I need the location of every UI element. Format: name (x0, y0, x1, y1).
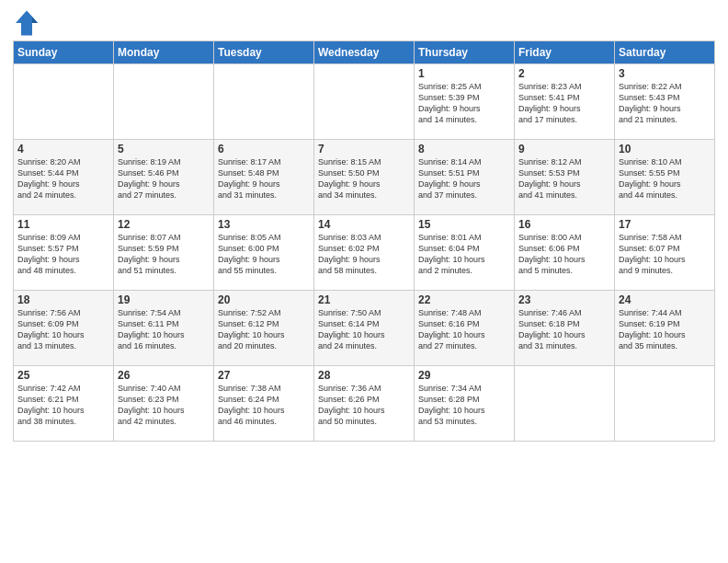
calendar-cell: 21Sunrise: 7:50 AM Sunset: 6:14 PM Dayli… (314, 291, 415, 366)
calendar-cell: 9Sunrise: 8:12 AM Sunset: 5:53 PM Daylig… (515, 140, 615, 215)
col-header-sunday: Sunday (14, 41, 114, 64)
day-info: Sunrise: 7:44 AM Sunset: 6:19 PM Dayligh… (619, 307, 711, 352)
logo-icon (13, 9, 40, 37)
day-info: Sunrise: 8:10 AM Sunset: 5:55 PM Dayligh… (619, 156, 711, 201)
day-info: Sunrise: 7:46 AM Sunset: 6:18 PM Dayligh… (518, 307, 610, 352)
day-number: 21 (318, 293, 410, 306)
week-row-1: 1Sunrise: 8:25 AM Sunset: 5:39 PM Daylig… (14, 64, 715, 140)
day-info: Sunrise: 7:50 AM Sunset: 6:14 PM Dayligh… (318, 307, 410, 352)
calendar-cell: 14Sunrise: 8:03 AM Sunset: 6:02 PM Dayli… (314, 215, 415, 291)
day-number: 19 (118, 293, 210, 306)
calendar-cell: 2Sunrise: 8:23 AM Sunset: 5:41 PM Daylig… (515, 64, 615, 140)
day-info: Sunrise: 7:48 AM Sunset: 6:16 PM Dayligh… (418, 307, 510, 352)
day-number: 26 (118, 369, 210, 382)
day-number: 18 (17, 293, 109, 306)
header (13, 9, 715, 37)
col-header-saturday: Saturday (615, 41, 715, 64)
day-number: 17 (619, 218, 711, 231)
calendar-cell (615, 366, 715, 442)
calendar-cell: 11Sunrise: 8:09 AM Sunset: 5:57 PM Dayli… (14, 215, 114, 291)
day-number: 3 (619, 67, 711, 80)
day-info: Sunrise: 7:58 AM Sunset: 6:07 PM Dayligh… (619, 232, 711, 277)
day-number: 7 (318, 143, 410, 155)
day-info: Sunrise: 8:09 AM Sunset: 5:57 PM Dayligh… (17, 232, 109, 277)
calendar-cell: 20Sunrise: 7:52 AM Sunset: 6:12 PM Dayli… (214, 291, 314, 366)
day-number: 23 (518, 293, 610, 306)
calendar-cell: 27Sunrise: 7:38 AM Sunset: 6:24 PM Dayli… (214, 366, 314, 442)
day-number: 1 (418, 67, 510, 80)
day-info: Sunrise: 8:15 AM Sunset: 5:50 PM Dayligh… (318, 156, 410, 201)
calendar-cell: 29Sunrise: 7:34 AM Sunset: 6:28 PM Dayli… (415, 366, 515, 442)
calendar-cell (314, 64, 415, 140)
day-number: 10 (619, 143, 711, 155)
day-info: Sunrise: 8:03 AM Sunset: 6:02 PM Dayligh… (318, 232, 410, 277)
day-info: Sunrise: 7:54 AM Sunset: 6:11 PM Dayligh… (118, 307, 210, 352)
day-info: Sunrise: 7:40 AM Sunset: 6:23 PM Dayligh… (118, 383, 210, 428)
day-info: Sunrise: 7:36 AM Sunset: 6:26 PM Dayligh… (318, 383, 410, 428)
page-container: SundayMondayTuesdayWednesdayThursdayFrid… (0, 0, 728, 451)
calendar-cell: 5Sunrise: 8:19 AM Sunset: 5:46 PM Daylig… (114, 140, 214, 215)
calendar-cell: 10Sunrise: 8:10 AM Sunset: 5:55 PM Dayli… (615, 140, 715, 215)
calendar-cell: 23Sunrise: 7:46 AM Sunset: 6:18 PM Dayli… (515, 291, 615, 366)
day-number: 12 (118, 218, 210, 231)
day-number: 13 (218, 218, 310, 231)
calendar-cell: 18Sunrise: 7:56 AM Sunset: 6:09 PM Dayli… (14, 291, 114, 366)
calendar-table: SundayMondayTuesdayWednesdayThursdayFrid… (13, 40, 715, 442)
week-row-5: 25Sunrise: 7:42 AM Sunset: 6:21 PM Dayli… (14, 366, 715, 442)
day-info: Sunrise: 8:25 AM Sunset: 5:39 PM Dayligh… (418, 81, 510, 126)
day-info: Sunrise: 8:22 AM Sunset: 5:43 PM Dayligh… (619, 81, 711, 126)
day-number: 29 (418, 369, 510, 382)
day-info: Sunrise: 8:01 AM Sunset: 6:04 PM Dayligh… (418, 232, 510, 277)
day-number: 4 (17, 143, 109, 155)
week-row-4: 18Sunrise: 7:56 AM Sunset: 6:09 PM Dayli… (14, 291, 715, 366)
col-header-wednesday: Wednesday (314, 41, 415, 64)
day-info: Sunrise: 7:34 AM Sunset: 6:28 PM Dayligh… (418, 383, 510, 428)
calendar-cell: 16Sunrise: 8:00 AM Sunset: 6:06 PM Dayli… (515, 215, 615, 291)
day-info: Sunrise: 8:14 AM Sunset: 5:51 PM Dayligh… (418, 156, 510, 201)
header-row: SundayMondayTuesdayWednesdayThursdayFrid… (14, 41, 715, 64)
day-info: Sunrise: 8:19 AM Sunset: 5:46 PM Dayligh… (118, 156, 210, 201)
calendar-cell: 15Sunrise: 8:01 AM Sunset: 6:04 PM Dayli… (415, 215, 515, 291)
day-info: Sunrise: 7:52 AM Sunset: 6:12 PM Dayligh… (218, 307, 310, 352)
col-header-thursday: Thursday (415, 41, 515, 64)
day-info: Sunrise: 8:23 AM Sunset: 5:41 PM Dayligh… (518, 81, 610, 126)
calendar-cell: 25Sunrise: 7:42 AM Sunset: 6:21 PM Dayli… (14, 366, 114, 442)
calendar-cell: 1Sunrise: 8:25 AM Sunset: 5:39 PM Daylig… (415, 64, 515, 140)
day-number: 11 (17, 218, 109, 231)
day-number: 5 (118, 143, 210, 155)
logo (13, 9, 44, 37)
day-number: 28 (318, 369, 410, 382)
day-number: 15 (418, 218, 510, 231)
calendar-cell: 3Sunrise: 8:22 AM Sunset: 5:43 PM Daylig… (615, 64, 715, 140)
day-number: 6 (218, 143, 310, 155)
calendar-cell (114, 64, 214, 140)
day-number: 25 (17, 369, 109, 382)
calendar-cell: 19Sunrise: 7:54 AM Sunset: 6:11 PM Dayli… (114, 291, 214, 366)
day-number: 24 (619, 293, 711, 306)
calendar-cell (14, 64, 114, 140)
day-info: Sunrise: 8:12 AM Sunset: 5:53 PM Dayligh… (518, 156, 610, 201)
day-info: Sunrise: 8:20 AM Sunset: 5:44 PM Dayligh… (17, 156, 109, 201)
day-number: 16 (518, 218, 610, 231)
calendar-cell: 13Sunrise: 8:05 AM Sunset: 6:00 PM Dayli… (214, 215, 314, 291)
day-info: Sunrise: 8:05 AM Sunset: 6:00 PM Dayligh… (218, 232, 310, 277)
calendar-cell: 12Sunrise: 8:07 AM Sunset: 5:59 PM Dayli… (114, 215, 214, 291)
day-info: Sunrise: 8:00 AM Sunset: 6:06 PM Dayligh… (518, 232, 610, 277)
calendar-cell: 17Sunrise: 7:58 AM Sunset: 6:07 PM Dayli… (615, 215, 715, 291)
calendar-cell: 6Sunrise: 8:17 AM Sunset: 5:48 PM Daylig… (214, 140, 314, 215)
calendar-cell (515, 366, 615, 442)
day-number: 14 (318, 218, 410, 231)
calendar-cell: 4Sunrise: 8:20 AM Sunset: 5:44 PM Daylig… (14, 140, 114, 215)
calendar-cell: 24Sunrise: 7:44 AM Sunset: 6:19 PM Dayli… (615, 291, 715, 366)
day-number: 27 (218, 369, 310, 382)
day-info: Sunrise: 8:07 AM Sunset: 5:59 PM Dayligh… (118, 232, 210, 277)
week-row-3: 11Sunrise: 8:09 AM Sunset: 5:57 PM Dayli… (14, 215, 715, 291)
day-info: Sunrise: 7:56 AM Sunset: 6:09 PM Dayligh… (17, 307, 109, 352)
day-info: Sunrise: 7:38 AM Sunset: 6:24 PM Dayligh… (218, 383, 310, 428)
calendar-cell: 28Sunrise: 7:36 AM Sunset: 6:26 PM Dayli… (314, 366, 415, 442)
col-header-friday: Friday (515, 41, 615, 64)
day-number: 8 (418, 143, 510, 155)
col-header-tuesday: Tuesday (214, 41, 314, 64)
day-number: 9 (518, 143, 610, 155)
day-info: Sunrise: 7:42 AM Sunset: 6:21 PM Dayligh… (17, 383, 109, 428)
